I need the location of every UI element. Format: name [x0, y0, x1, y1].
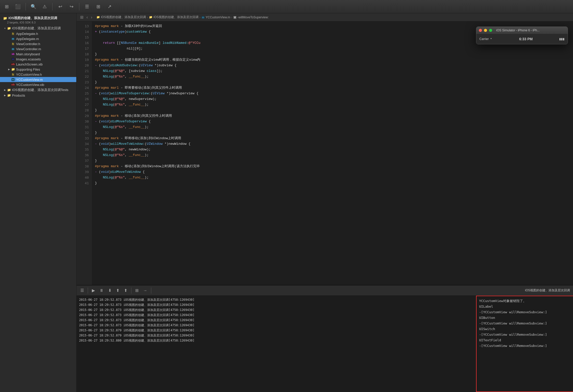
sidebar-item-yccustomview-m[interactable]: m YCCustomView.m	[0, 77, 76, 82]
code-token: @"%@"	[115, 96, 125, 102]
debug-run-btn[interactable]: ▶	[91, 288, 96, 293]
m-file-icon: m	[11, 47, 15, 51]
sidebar-item-viewcontroller-m[interactable]: m ViewController.m	[0, 46, 76, 51]
code-token: );	[145, 102, 149, 108]
debug-step-over-btn[interactable]: ⬇	[107, 288, 112, 293]
sidebar-item-supporting-files[interactable]: ▶ 📁 Supporting Files	[0, 67, 76, 72]
editor-area: ⊞ ‹ › 📁 iOS视图的创建、添加及层次回调 › 📁 iOS视图的创建、添加…	[77, 13, 573, 392]
sidebar-item-appdelegate-h[interactable]: h AppDelegate.h	[0, 31, 76, 36]
warn-icon[interactable]: ⚠	[41, 3, 48, 10]
line-numbers: 13 14 15 16 17 18 19 20 21 22 23 24 25 2…	[77, 21, 92, 285]
sidebar-item-tests-folder[interactable]: ▶ 📁 iOS视图的创建、添加及层次回调Tests	[0, 87, 76, 93]
code-token: (	[113, 102, 115, 108]
breadcrumb-item-3[interactable]: m YCCustomView.m	[202, 16, 230, 19]
no-arrow	[7, 52, 11, 56]
breadcrumb-sep-3: ›	[231, 16, 232, 19]
forward-icon[interactable]: ↪	[68, 3, 75, 10]
code-line-37: }	[95, 158, 573, 164]
sim-minimize-btn[interactable]	[484, 29, 487, 32]
debug-step-out-btn[interactable]: ⬆	[123, 288, 128, 293]
code-token: NSBundle	[121, 40, 136, 46]
code-token: void	[101, 141, 109, 147]
code-token: #pragma mark	[95, 57, 119, 63]
code-token: }	[95, 108, 97, 113]
breadcrumb-item-2[interactable]: 📁 iOS视图的创建、添加及层次回调	[149, 15, 198, 19]
code-token: (	[113, 152, 115, 158]
code-token: -	[119, 23, 125, 29]
code-line-38: #pragma mark - 移动(添加)到UIWindow上时调用(该方法执行…	[95, 164, 573, 169]
breadcrumb-bar: ⊞ ‹ › 📁 iOS视图的创建、添加及层次回调 › 📁 iOS视图的创建、添加…	[77, 13, 573, 21]
code-token: (	[113, 147, 115, 152]
debug-step-into-btn[interactable]: ⬆	[115, 288, 120, 293]
sidebar-item-yccustomview-xib[interactable]: xib YCCustomView.xib	[0, 82, 76, 87]
code-line-41: }	[95, 180, 573, 186]
debug-pause-btn[interactable]: ⏸	[99, 288, 104, 293]
code-line-23: }	[95, 80, 573, 85]
sim-close-btn[interactable]	[479, 29, 482, 32]
code-token: ,	[125, 152, 129, 158]
sim-carrier-label: Carrier ＊	[479, 37, 493, 41]
breadcrumb-item-4[interactable]: M -willMoveToSuperview:	[233, 16, 269, 19]
code-token: }	[95, 130, 97, 136]
grid-nav-icon[interactable]: ⊞	[79, 15, 84, 20]
stop-icon[interactable]: ⬛	[14, 3, 21, 10]
share-icon[interactable]: ↗	[106, 3, 113, 10]
code-token: ,	[125, 74, 129, 80]
line-num: 23	[77, 80, 92, 85]
code-token: #pragma mark	[95, 23, 119, 29]
code-token: __func__	[129, 102, 145, 108]
debug-right-line: -[YCCustomView willRemoveSubview:]	[479, 309, 570, 315]
debug-right-line: -[YCCustomView willRemoveSubview:]	[479, 343, 570, 349]
sidebar-item-images-xcassets[interactable]: A Images.xcassets	[0, 57, 76, 62]
new-file-icon[interactable]: ⊞	[3, 3, 10, 10]
sidebar-item-launchscreen-xib[interactable]: xib LaunchScreen.xib	[0, 62, 76, 67]
line-num: 41	[77, 180, 92, 186]
grid-icon[interactable]: ⊞	[95, 3, 102, 10]
folder-arrow-closed: ▶	[7, 68, 11, 71]
line-num: 33	[77, 136, 92, 141]
forward-nav-btn[interactable]: ›	[90, 15, 93, 20]
code-content[interactable]: #pragma mark - 加载XIB中的View并返回 + ( instan…	[92, 21, 573, 285]
code-token: *)subview {	[153, 63, 177, 68]
code-token	[137, 40, 139, 46]
code-token: (	[97, 141, 101, 147]
code-token: instancetype	[101, 29, 125, 35]
sidebar-item-main-storyboard[interactable]: sb Main.storyboard	[0, 51, 76, 57]
code-token: , newWindow);	[125, 147, 151, 152]
line-num: 30	[77, 119, 92, 124]
line-num: 24	[77, 85, 92, 91]
code-token: #pragma mark	[95, 136, 119, 141]
code-token: void	[101, 119, 109, 124]
run-icon[interactable]: 🔍	[30, 3, 37, 10]
debug-console[interactable]: 2015-06-27 18:29:52.873 iOS视图的创建、添加及层次回调…	[77, 296, 476, 392]
sidebar-item-yccustomview-h[interactable]: h YCCustomView.h	[0, 72, 76, 77]
sidebar: 📁 iOS视图的创建、添加及层次回调 2 targets, iOS SDK 8.…	[0, 13, 77, 392]
code-token: willMoveToWindow:	[111, 141, 145, 147]
sidebar-item-viewcontroller-h[interactable]: h ViewController.h	[0, 41, 76, 46]
sim-maximize-btn[interactable]	[489, 29, 492, 32]
code-token: class	[147, 68, 157, 74]
log-line: 2015-06-27 18:29:52.879 iOS视图的创建、添加及层次回调…	[79, 328, 474, 333]
sidebar-item-main-folder[interactable]: ▾ 📁 iOS视图的创建、添加及层次回调	[0, 25, 76, 31]
code-token: )	[109, 91, 111, 96]
layout-icon[interactable]: ☰	[83, 3, 91, 10]
project-subtitle: 2 targets, iOS SDK 8.3	[3, 21, 73, 24]
log-line: 2015-06-27 18:29:52.873 iOS视图的创建、添加及层次回调…	[79, 302, 474, 307]
code-token: NSLog	[103, 152, 113, 158]
debug-layout-btn[interactable]: ⊞	[134, 288, 139, 293]
debug-menu-icon[interactable]: ☰	[80, 288, 85, 293]
code-line-31: NSLog ( @"%s" , __func__ );	[95, 124, 573, 130]
back-nav-btn[interactable]: ‹	[85, 15, 89, 20]
sidebar-item-label: Supporting Files	[16, 68, 40, 71]
sidebar-item-appdelegate-m[interactable]: m AppDelegate.m	[0, 36, 76, 41]
toolbar-separator-3	[79, 3, 79, 10]
h-file-icon: h	[11, 32, 15, 36]
debug-share-btn[interactable]: →	[142, 288, 148, 293]
breadcrumb-item-1[interactable]: 📁 iOS视图的创建、添加及层次回调	[96, 15, 146, 19]
sidebar-item-products[interactable]: ▶ 📁 Products	[0, 93, 76, 98]
code-line-25: - ( void ) willMoveToSuperview: ( UIView…	[95, 91, 573, 96]
code-token: @"%@"	[115, 147, 125, 152]
project-header: 📁 iOS视图的创建、添加及层次回调 2 targets, iOS SDK 8.…	[0, 13, 76, 25]
xcassets-icon: A	[11, 57, 15, 61]
back-icon[interactable]: ↩	[57, 3, 64, 10]
